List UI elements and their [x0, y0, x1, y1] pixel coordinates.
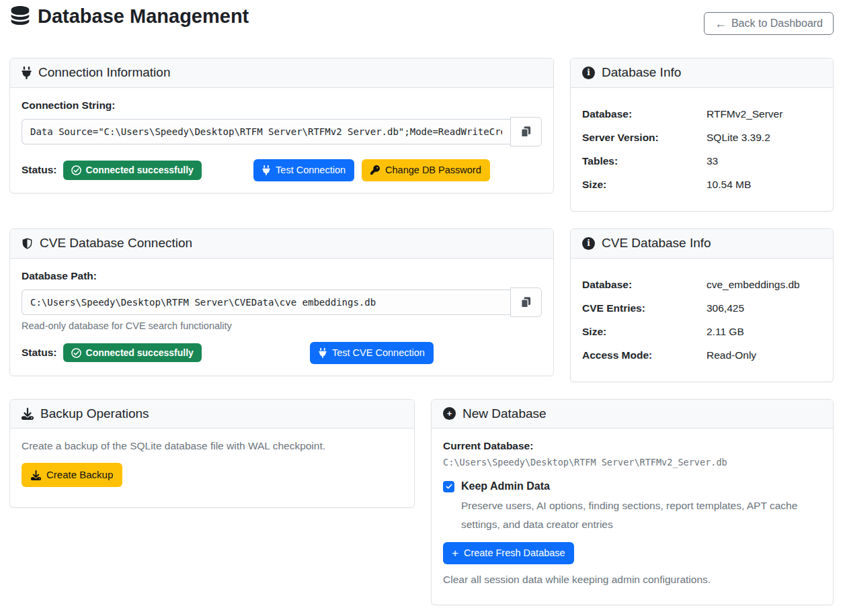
plug-icon — [262, 165, 270, 175]
change-db-password-label: Change DB Password — [385, 165, 481, 176]
cve-status-badge: Connected successfully — [63, 343, 202, 362]
download-icon — [31, 470, 41, 480]
connection-info-title: Connection Information — [38, 65, 170, 81]
change-db-password-button[interactable]: Change DB Password — [362, 159, 490, 181]
create-backup-label: Create Backup — [46, 469, 113, 481]
database-info-card: i Database Info Database: RTFMv2_Server … — [570, 58, 834, 212]
row-value: 306,425 — [707, 302, 744, 314]
cve-connection-card: CVE Database Connection Database Path: R… — [9, 228, 554, 376]
row-value: 10.54 MB — [707, 179, 751, 191]
new-database-footer: Clear all session data while keeping adm… — [443, 574, 821, 586]
copy-icon — [520, 296, 532, 308]
plus-icon: + — [452, 547, 458, 559]
database-path-help: Read-only database for CVE search functi… — [22, 320, 542, 331]
database-path-input[interactable] — [22, 290, 510, 315]
new-database-card: + New Database Current Database: C:\User… — [431, 399, 834, 605]
new-database-header: + New Database — [432, 400, 833, 429]
cve-connection-header: CVE Database Connection — [10, 229, 553, 259]
row-value: SQLite 3.39.2 — [707, 132, 770, 144]
connection-info-header: Connection Information — [10, 58, 553, 88]
copy-connection-string-button[interactable] — [510, 117, 542, 146]
keep-admin-help: Preserve users, AI options, finding sect… — [461, 496, 821, 533]
page-title-text: Database Management — [38, 5, 249, 28]
row-label: Access Mode: — [582, 349, 707, 361]
plug-icon — [22, 67, 32, 79]
plus-circle-icon: + — [443, 407, 456, 420]
shield-icon — [22, 237, 33, 250]
topbar: Database Management ← Back to Dashboard — [9, 5, 834, 35]
row-label: Tables: — [582, 155, 707, 167]
test-cve-connection-label: Test CVE Connection — [332, 347, 425, 359]
backup-operations-title: Backup Operations — [40, 406, 149, 422]
row-label: CVE Entries: — [582, 302, 707, 314]
cve-info-row: Database: cve_embeddings.db — [582, 279, 821, 291]
connection-status-badge: Connected successfully — [63, 161, 202, 179]
cve-info-row: CVE Entries: 306,425 — [582, 302, 821, 314]
cve-info-row: Size: 2.11 GB — [582, 326, 821, 338]
status-label: Status: — [22, 164, 57, 176]
cve-status-text: Connected successfully — [86, 347, 194, 358]
create-backup-button[interactable]: Create Backup — [22, 463, 122, 487]
status-label: Status: — [22, 347, 57, 359]
cve-info-row: Access Mode: Read-Only — [582, 349, 821, 361]
keep-admin-checkbox[interactable] — [443, 481, 454, 492]
database-info-header: i Database Info — [571, 58, 833, 88]
backup-operations-card: Backup Operations Create a backup of the… — [9, 399, 415, 509]
connection-status-text: Connected successfully — [86, 165, 194, 175]
db-info-row: Server Version: SQLite 3.39.2 — [582, 132, 821, 144]
back-arrow-icon: ← — [715, 17, 727, 30]
row-label: Database: — [582, 108, 707, 120]
new-database-title: New Database — [462, 406, 547, 422]
row-value: 33 — [707, 155, 718, 167]
copy-icon — [520, 126, 532, 137]
cve-info-card: i CVE Database Info Database: cve_embedd… — [570, 228, 834, 382]
cve-connection-title: CVE Database Connection — [40, 236, 192, 251]
check-circle-icon — [71, 165, 81, 175]
copy-database-path-button[interactable] — [510, 288, 542, 317]
back-to-dashboard-label: Back to Dashboard — [731, 17, 823, 30]
keep-admin-label[interactable]: Keep Admin Data — [461, 480, 550, 492]
key-icon — [370, 165, 380, 175]
row-value: 2.11 GB — [707, 326, 744, 338]
info-icon: i — [582, 237, 595, 250]
plug-icon — [319, 348, 327, 358]
download-icon — [22, 408, 34, 420]
current-database-path: C:\Users\Speedy\Desktop\RTFM Server\RTFM… — [443, 457, 821, 468]
backup-description: Create a backup of the SQLite database f… — [22, 440, 403, 452]
info-icon: i — [582, 67, 595, 79]
test-connection-label: Test Connection — [276, 165, 346, 176]
row-label: Size: — [582, 179, 707, 191]
cve-info-title: CVE Database Info — [602, 236, 711, 251]
row-value: Read-Only — [707, 349, 756, 361]
row-value: RTFMv2_Server — [707, 108, 782, 120]
row-label: Size: — [582, 326, 707, 338]
create-fresh-database-label: Create Fresh Database — [464, 547, 565, 559]
database-path-label: Database Path: — [22, 270, 542, 282]
check-circle-icon — [71, 348, 81, 358]
database-icon — [9, 6, 31, 28]
test-connection-button[interactable]: Test Connection — [253, 159, 354, 181]
db-info-row: Size: 10.54 MB — [582, 179, 821, 191]
row-label: Database: — [582, 279, 707, 291]
connection-string-input[interactable] — [22, 119, 510, 144]
test-cve-connection-button[interactable]: Test CVE Connection — [310, 342, 434, 364]
backup-operations-header: Backup Operations — [10, 400, 414, 429]
current-database-label: Current Database: — [443, 440, 821, 452]
db-info-row: Tables: 33 — [582, 155, 821, 167]
create-fresh-database-button[interactable]: + Create Fresh Database — [443, 542, 574, 564]
connection-string-label: Connection String: — [22, 99, 542, 112]
row-value: cve_embeddings.db — [707, 279, 800, 291]
page-title: Database Management — [9, 5, 249, 28]
row-label: Server Version: — [582, 132, 707, 144]
back-to-dashboard-button[interactable]: ← Back to Dashboard — [704, 12, 834, 35]
db-info-row: Database: RTFMv2_Server — [582, 108, 821, 120]
cve-info-header: i CVE Database Info — [571, 229, 833, 259]
connection-info-card: Connection Information Connection String… — [9, 58, 554, 193]
database-info-title: Database Info — [602, 65, 681, 81]
